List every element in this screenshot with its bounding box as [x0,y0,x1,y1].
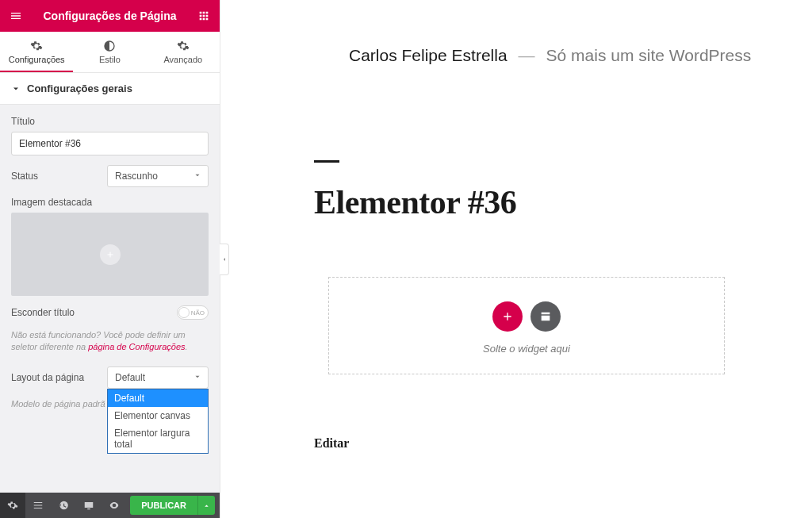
settings-tabs: Configurações Estilo Avançado [0,32,220,73]
editor-canvas: Carlos Felipe Estrella — Só mais um site… [220,0,812,518]
sidebar-footer: PUBLICAR [0,493,220,518]
section-title: Configurações gerais [27,82,132,94]
add-section-button[interactable] [492,301,523,332]
page-layout-select[interactable]: Default [107,366,209,389]
tab-label: Configurações [9,55,65,64]
page-heading: Elementor #36 [314,183,790,221]
collapse-sidebar-button[interactable] [220,244,229,275]
menu-icon[interactable] [8,8,24,24]
navigator-icon[interactable] [25,493,51,518]
page-content: Elementor #36 Solte o widget aqui Editar [314,65,790,451]
sidebar-title: Configurações de Página [24,10,196,22]
widget-dropzone[interactable]: Solte o widget aqui [328,277,725,374]
hide-title-toggle[interactable]: NÃO [177,305,209,320]
page-layout-label: Layout da página [11,372,84,383]
site-header: Carlos Felipe Estrella — Só mais um site… [220,0,812,65]
featured-image-label: Imagem destacada [11,197,209,208]
site-title[interactable]: Carlos Felipe Estrella [349,46,508,65]
dropzone-text: Solte o widget aqui [329,343,724,355]
status-label: Status [11,171,38,182]
controls-panel: Título Status Rascunho Imagem destacada … [0,105,220,493]
plus-icon [100,244,121,265]
title-label: Título [11,116,209,127]
tab-advanced[interactable]: Avançado [147,32,220,72]
gear-icon [177,40,190,52]
hide-title-hint: Não está funcionando? Você pode definir … [11,329,209,354]
tab-label: Estilo [99,55,121,64]
status-select[interactable]: Rascunho [107,165,209,187]
edit-link[interactable]: Editar [314,436,790,451]
title-input[interactable] [11,132,209,155]
contrast-icon [103,40,116,52]
publish-options-button[interactable] [197,496,215,515]
hide-title-label: Esconder título [11,307,75,318]
responsive-icon[interactable] [76,493,102,518]
preview-icon[interactable] [102,493,127,518]
status-value: Rascunho [115,171,158,182]
page-layout-value: Default [115,372,145,383]
featured-image-upload[interactable] [11,213,209,296]
apps-grid-icon[interactable] [196,8,212,24]
page-layout-dropdown: Default Elementor canvas Elementor largu… [107,389,209,454]
gear-icon [30,40,43,52]
settings-page-link[interactable]: página de Configurações [88,342,185,351]
separator: — [519,46,535,65]
layout-option-canvas[interactable]: Elementor canvas [108,407,208,424]
page-settings-icon[interactable] [0,493,25,518]
layout-option-default[interactable]: Default [108,389,208,407]
section-general-settings[interactable]: Configurações gerais [0,73,220,105]
sidebar-header: Configurações de Página [0,0,220,32]
add-template-button[interactable] [530,301,561,332]
layout-option-fullwidth[interactable]: Elementor largura total [108,424,208,453]
site-tagline: Só mais um site WordPress [546,46,752,65]
tab-label: Avançado [163,55,202,64]
publish-button[interactable]: PUBLICAR [130,496,197,515]
tab-style[interactable]: Estilo [73,32,146,72]
history-icon[interactable] [51,493,76,518]
heading-rule [314,160,339,163]
tab-settings[interactable]: Configurações [0,32,73,72]
elementor-sidebar: Configurações de Página Configurações Es… [0,0,220,518]
chevron-down-icon [193,372,201,383]
chevron-down-icon [193,171,201,182]
